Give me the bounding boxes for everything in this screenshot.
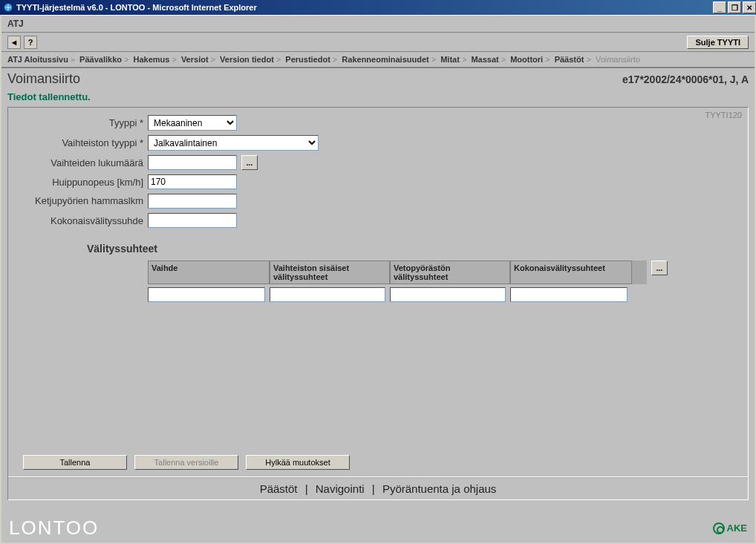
ake-text: AKE <box>727 522 747 534</box>
ake-logo: AKE <box>713 522 747 534</box>
close-app-button[interactable]: Sulje TYYTI <box>687 36 749 49</box>
ake-icon <box>713 522 725 534</box>
crumb-7[interactable]: Mitat <box>440 55 460 64</box>
vaihteiden-more-button[interactable]: ... <box>241 155 258 170</box>
crumb-5[interactable]: Perustiedot <box>285 55 330 64</box>
crumb-4[interactable]: Version tiedot <box>220 55 274 64</box>
status-message: Tiedot tallennettu. <box>1 90 755 107</box>
menu-atj[interactable]: ATJ <box>7 19 24 29</box>
vaihteiston-select[interactable]: Jalkavalintainen <box>148 135 319 151</box>
breadcrumb: ATJ Aloitussivu» Päävalikko> Hakemus> Ve… <box>1 52 755 68</box>
back-icon[interactable]: ◄ <box>7 36 21 49</box>
help-icon[interactable]: ? <box>24 36 37 49</box>
toolbar: ◄ ? Sulje TYYTI <box>1 33 755 52</box>
crumb-6[interactable]: Rakenneominaisuudet <box>342 55 428 64</box>
crumb-1[interactable]: Päävalikko <box>79 55 122 64</box>
huippunopeus-label: Huippunopeus [km/h] <box>23 177 148 188</box>
vaihteiden-input[interactable] <box>148 155 237 170</box>
section-title: Välityssuhteet <box>87 243 733 255</box>
bottom-nav: Päästöt | Navigointi | Pyöräntuenta ja o… <box>8 476 748 495</box>
window-maximize-button[interactable]: ❐ <box>728 1 741 13</box>
ketjupyorien-input[interactable] <box>148 194 237 209</box>
crumb-2[interactable]: Hakemus <box>133 55 169 64</box>
page-title: Voimansiirto <box>7 71 622 87</box>
bottom-nav-1[interactable]: Navigointi <box>316 482 365 495</box>
crumb-8[interactable]: Massat <box>471 55 498 64</box>
menubar: ATJ <box>1 16 755 33</box>
tallenna-button[interactable]: Tallenna <box>23 455 127 470</box>
crumb-3[interactable]: Versiot <box>181 55 209 64</box>
tyyppi-select[interactable]: Mekaaninen <box>148 115 237 131</box>
ratio-header-3: Kokonaisvälityssuhteet <box>510 260 632 284</box>
ratio-input-3[interactable] <box>510 287 628 302</box>
kokonais-input[interactable] <box>148 213 237 228</box>
crumb-0[interactable]: ATJ Aloitussivu <box>7 55 68 64</box>
window-close-button[interactable]: ✕ <box>743 1 756 13</box>
huippunopeus-input[interactable] <box>148 174 237 189</box>
ratio-input-1[interactable] <box>270 287 385 302</box>
footer-logo: LONTOO <box>9 517 99 540</box>
ratio-input-0[interactable] <box>148 287 265 302</box>
kokonais-label: Kokonaisvälityssuhde <box>23 215 148 226</box>
ratio-header-0: Vaihde <box>148 260 270 284</box>
form-panel: TYYTI120 Tyyppi * Mekaaninen Vaihteiston… <box>7 107 749 500</box>
window-titlebar: TYYTI-järjestelmä v6.0 - LONTOO - Micros… <box>0 0 756 15</box>
bottom-nav-0[interactable]: Päästöt <box>260 482 298 495</box>
vaihteiden-label: Vaihteiden lukumäärä <box>23 157 148 168</box>
bottom-nav-2[interactable]: Pyöräntuenta ja ohjaus <box>382 482 496 495</box>
panel-id: TYYTI120 <box>705 111 742 119</box>
ie-icon <box>3 2 13 13</box>
ratio-more-button[interactable]: ... <box>651 260 668 275</box>
crumb-10[interactable]: Päästöt <box>555 55 584 64</box>
ketjupyorien-label: Ketjupyörien hammaslkm <box>23 196 148 206</box>
page-code: e17*2002/24*0006*01, J, A <box>622 73 749 85</box>
ratio-header-2: Vetopyörästön välityssuhteet <box>390 260 510 284</box>
vaihteiston-label: Vaihteiston tyyppi * <box>23 137 148 148</box>
hylkaa-button[interactable]: Hylkää muutokset <box>246 455 350 470</box>
crumb-current: Voimansiirto <box>596 55 640 64</box>
ratio-header-1: Vaihteiston sisäiset välityssuhteet <box>270 260 390 284</box>
window-title: TYYTI-järjestelmä v6.0 - LONTOO - Micros… <box>16 3 711 12</box>
window-minimize-button[interactable]: _ <box>713 1 726 13</box>
tyyppi-label: Tyyppi * <box>23 117 148 128</box>
crumb-9[interactable]: Moottori <box>510 55 543 64</box>
tallenna-versioille-button[interactable]: Tallenna versioille <box>134 455 238 470</box>
ratio-input-2[interactable] <box>390 287 506 302</box>
